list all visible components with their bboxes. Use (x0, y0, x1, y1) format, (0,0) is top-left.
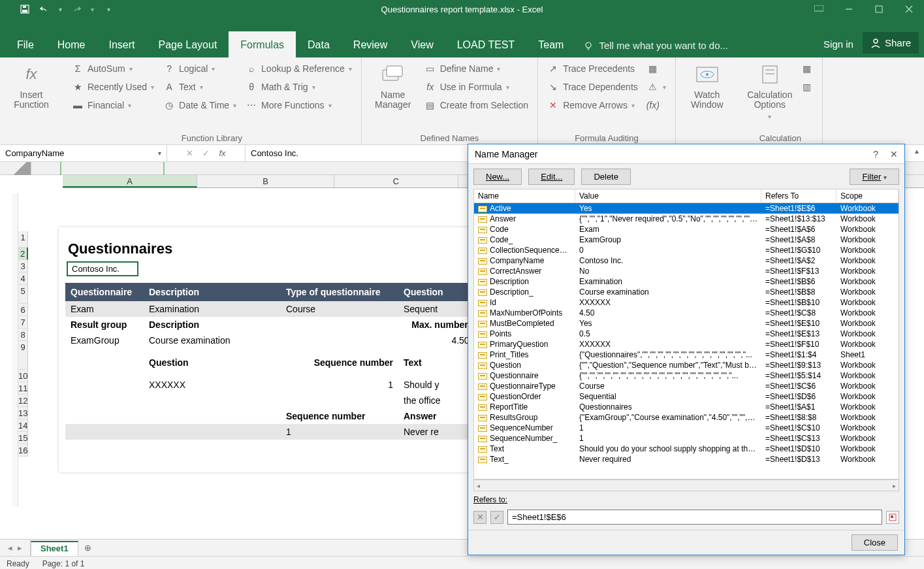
refers-to-input[interactable] (507, 510, 882, 525)
cell[interactable]: Sequence number (281, 348, 398, 377)
name-row[interactable]: QuestionnaireTypeCourse=Sheet1!$C$6Workb… (474, 381, 899, 391)
autosum-button[interactable]: ΣAutoSum ▾ (69, 61, 157, 76)
name-manager-button[interactable]: Name Manager (368, 61, 418, 131)
sheet-tab-sheet1[interactable]: Sheet1 (31, 541, 78, 556)
cell[interactable]: Course (281, 301, 398, 317)
tab-page-layout[interactable]: Page Layout (146, 31, 229, 57)
name-row[interactable]: Print_Titles{"Questionnaires","","","","… (474, 350, 899, 360)
name-box-dropdown-icon[interactable]: ▾ (158, 150, 161, 157)
watch-window-button[interactable]: Watch Window (682, 61, 732, 143)
name-row[interactable]: SequenceNumber_1=Sheet1!$C$13Workbook (474, 433, 899, 444)
refers-accept-icon[interactable]: ✓ (490, 511, 503, 524)
date-time-button[interactable]: ◷Date & Time ▾ (161, 98, 239, 112)
remove-arrows-button[interactable]: ✕Remove Arrows ▾ (545, 98, 641, 112)
close-icon[interactable] (894, 0, 924, 18)
undo-dropdown[interactable]: ▾ (59, 6, 62, 13)
row-hdr-16[interactable]: 16 (18, 444, 28, 457)
sheet-nav-next-icon[interactable]: ▸ (18, 543, 22, 553)
name-box[interactable]: CompanyName ▾ (0, 145, 167, 161)
text-button[interactable]: AText ▾ (161, 80, 239, 94)
show-formulas-button[interactable]: ▦ (645, 61, 669, 76)
name-row[interactable]: MaxNumberOfPoints4.50=Sheet1!$C$8Workboo… (474, 308, 899, 318)
tab-file[interactable]: File (5, 31, 46, 57)
tab-data[interactable]: Data (296, 31, 342, 57)
delete-button[interactable]: Delete (581, 169, 631, 185)
col-header-b[interactable]: B (197, 175, 334, 187)
names-list[interactable]: ActiveYes=Sheet1!$E$6WorkbookAnswer{"","… (473, 203, 899, 480)
name-row[interactable]: CollectionSequenceNu...0=Sheet1!$G$10Wor… (474, 245, 899, 255)
name-row[interactable]: Text_Never required=Sheet1!$D$13Workbook (474, 454, 899, 464)
row-hdr-6[interactable]: 6 (18, 304, 28, 316)
hdr-refers[interactable]: Refers To (761, 189, 836, 203)
tab-load-test[interactable]: LOAD TEST (445, 31, 527, 57)
hdr-name[interactable]: Name (474, 189, 575, 203)
name-row[interactable]: Code_ExamGroup=Sheet1!$A$8Workbook (474, 235, 899, 245)
cell[interactable]: 1 (281, 424, 398, 440)
fx-button-icon[interactable]: fx (219, 148, 225, 158)
name-row[interactable]: DescriptionExamination=Sheet1!$B$6Workbo… (474, 276, 899, 287)
col-header-c[interactable]: C (334, 175, 458, 187)
create-from-selection-button[interactable]: ▤Create from Selection (422, 98, 531, 112)
dialog-close-icon[interactable]: ✕ (890, 149, 898, 159)
row-hdr-15[interactable]: 15 (18, 432, 28, 444)
sheet-nav-prev-icon[interactable]: ◂ (8, 543, 12, 553)
row-hdr-5[interactable]: 5 (18, 285, 28, 304)
maximize-icon[interactable] (864, 0, 894, 18)
name-row[interactable]: SequenceNumber1=Sheet1!$C$10Workbook (474, 423, 899, 433)
name-row[interactable]: TextShould you do your school supply sho… (474, 444, 899, 454)
hdr-scope[interactable]: Scope (836, 189, 899, 203)
ribbon-display-icon[interactable] (804, 0, 834, 18)
name-row[interactable]: PrimaryQuestionXXXXXX=Sheet1!$F$10Workbo… (474, 339, 899, 350)
row-hdr-7[interactable]: 7 (18, 316, 28, 329)
range-picker-icon[interactable] (886, 511, 899, 524)
name-row[interactable]: Answer{"","","1","Never required","0.5",… (474, 214, 899, 224)
name-row[interactable]: ReportTitleQuestionnaires=Sheet1!$A$1Wor… (474, 402, 899, 412)
cell[interactable]: Question (144, 348, 281, 377)
evaluate-formula-button[interactable]: (fx) (645, 98, 669, 112)
cell[interactable]: Sequence number (281, 408, 398, 424)
math-button[interactable]: θMath & Trig ▾ (243, 80, 355, 94)
name-row[interactable]: MustBeCompletedYes=Sheet1!$E$10Workbook (474, 318, 899, 329)
select-all-button[interactable] (0, 162, 31, 175)
save-icon[interactable] (20, 4, 30, 14)
name-row[interactable]: Points0.5=Sheet1!$E$13Workbook (474, 329, 899, 339)
name-row[interactable]: ResultsGroup{"ExamGroup","Course examina… (474, 412, 899, 423)
cell[interactable]: ExamGroup (65, 333, 144, 348)
collapse-ribbon-icon[interactable]: ▲ (914, 148, 920, 155)
tab-formulas[interactable]: Formulas (229, 31, 296, 57)
cell[interactable]: Exam (65, 301, 144, 317)
cell[interactable]: XXXXXX (144, 377, 281, 393)
close-button[interactable]: Close (852, 534, 898, 551)
trace-precedents-button[interactable]: ↗Trace Precedents (545, 61, 641, 76)
more-functions-button[interactable]: ⋯More Functions ▾ (243, 98, 355, 112)
tab-view[interactable]: View (399, 31, 445, 57)
cancel-formula-icon[interactable]: ✕ (186, 148, 193, 158)
name-row[interactable]: ActiveYes=Sheet1!$E$6Workbook (474, 203, 899, 214)
name-row[interactable]: Questionnaire{"","","","","","","","",""… (474, 370, 899, 381)
h-scrollbar[interactable]: ◂▸ (473, 480, 899, 491)
accept-formula-icon[interactable]: ✓ (202, 148, 210, 158)
sign-in-button[interactable]: Sign in (814, 31, 863, 57)
col-header-a[interactable]: A (63, 175, 197, 187)
cell[interactable]: Description (144, 317, 281, 333)
tab-team[interactable]: Team (526, 31, 575, 57)
company-cell[interactable]: Contoso Inc. (67, 261, 138, 276)
logical-button[interactable]: ?Logical ▾ (161, 61, 239, 76)
edit-button[interactable]: Edit... (528, 169, 575, 185)
name-row[interactable]: Description_Course examination=Sheet1!$B… (474, 287, 899, 297)
calc-now-button[interactable]: ▦ (799, 61, 816, 76)
name-row[interactable]: IdXXXXXX=Sheet1!$B$10Workbook (474, 297, 899, 308)
row-hdr-3[interactable]: 3 (18, 260, 28, 272)
recently-used-button[interactable]: ★Recently Used ▾ (69, 80, 157, 94)
tab-review[interactable]: Review (342, 31, 399, 57)
cell[interactable]: Course examination (144, 333, 281, 348)
redo-dropdown[interactable]: ▾ (91, 6, 94, 13)
calculation-options-button[interactable]: Calculation Options ▾ (745, 61, 795, 131)
row-hdr-14[interactable]: 14 (18, 419, 28, 432)
row-hdr-13[interactable]: 13 (18, 407, 28, 419)
add-sheet-button[interactable]: ⊕ (78, 540, 98, 556)
filter-button[interactable]: Filter ▾ (850, 169, 899, 185)
share-button[interactable]: Share (863, 32, 919, 54)
trace-dependents-button[interactable]: ↘Trace Dependents (545, 80, 641, 94)
name-row[interactable]: CorrectAnswerNo=Sheet1!$F$13Workbook (474, 266, 899, 276)
